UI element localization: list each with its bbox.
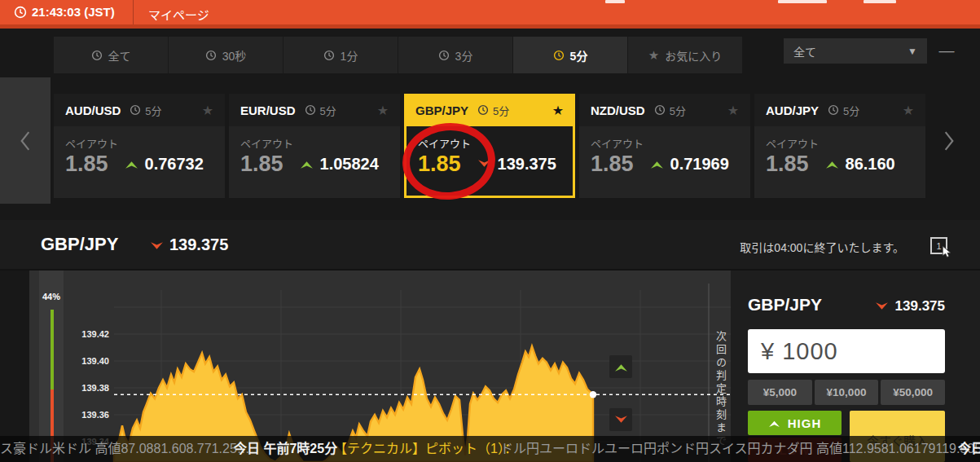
card-price: 0.76732 <box>125 155 204 174</box>
payout-label: ペイアウト <box>591 135 739 151</box>
chart-pair-title: GBP/JPY <box>41 234 118 255</box>
card-price-value: 0.76732 <box>145 155 204 174</box>
asset-filter-value: 全て <box>793 43 816 59</box>
chart-layout-button[interactable]: 1 <box>930 237 947 254</box>
favorite-star-icon[interactable]: ★ <box>552 103 564 118</box>
card-price-value: 139.375 <box>498 155 556 174</box>
price-down-icon <box>875 301 889 312</box>
tab-5分[interactable]: 5分 <box>513 37 628 73</box>
asset-card-EUR-USD[interactable]: EUR/USD 5分 ★ ペイアウト 1.85 1.05824 <box>229 94 400 198</box>
tab-label: 3分 <box>455 47 473 64</box>
asset-card-GBP-JPY[interactable]: GBP/JPY 5分 ★ ペイアウト 1.85 139.375 <box>404 94 575 198</box>
my-page-link[interactable]: マイページ <box>148 6 209 23</box>
tab-favorites[interactable]: ★お気に入り <box>628 37 743 73</box>
asset-cards: AUD/USD 5分 ★ ペイアウト 1.85 0.76732 EUR/USD … <box>54 94 925 198</box>
amount-value: ¥ 1000 <box>761 338 838 365</box>
ticker-segment: 【テクニカル】ピボット（1）： <box>334 436 517 462</box>
sentiment-high-percent: 44% <box>36 292 67 301</box>
chevron-up-icon <box>300 159 314 169</box>
asset-card-NZD-USD[interactable]: NZD/USD 5分 ★ ペイアウト 1.85 0.71969 <box>579 94 750 198</box>
tab-label: 5分 <box>570 47 588 64</box>
trading-app: 21:43:03 (JST) マイページ 全て30秒1分3分5分★お気に入り 全… <box>0 0 980 462</box>
favorite-star-icon[interactable]: ★ <box>377 103 389 118</box>
card-body: ペイアウト 1.85 86.160 <box>754 126 925 198</box>
tab-label: 30秒 <box>222 47 247 64</box>
clipped-header-fragment <box>605 0 625 3</box>
chevron-up-icon <box>614 362 628 372</box>
y-axis-tick: 139.42 <box>68 329 109 339</box>
card-header: AUD/USD 5分 ★ <box>54 94 225 126</box>
y-axis-tick: 139.40 <box>68 356 109 366</box>
trade-pair-title: GBP/JPY <box>748 295 822 315</box>
sentiment-gauge-green <box>51 310 54 389</box>
clock-icon <box>305 104 316 116</box>
ticker-segment: ス豪ドル米ドル 高値87.0881.608.771.25… <box>0 436 250 462</box>
news-ticker: ス豪ドル米ドル 高値87.0881.608.771.25…今日 午前7時25分【… <box>0 436 980 462</box>
chevron-right-icon <box>942 130 956 152</box>
asset-card-AUD-USD[interactable]: AUD/USD 5分 ★ ペイアウト 1.85 0.76732 <box>54 94 225 198</box>
card-pair: AUD/USD <box>65 103 121 117</box>
ticker-segment: 今日 午前7時25分 <box>234 436 337 462</box>
duration-tabs: 全て30秒1分3分5分★お気に入り <box>54 37 743 73</box>
chart-header: GBP/JPY 139.375 取引は04:00に終了いたします。 <box>0 220 980 271</box>
quick-amount-button[interactable]: ¥50,000 <box>881 380 945 405</box>
payout-value: 1.85 <box>65 153 108 175</box>
asset-filter-select[interactable]: 全て ▼ <box>784 38 927 64</box>
chevron-down-icon <box>614 415 628 425</box>
card-duration: 5分 <box>130 103 161 118</box>
minimize-icon[interactable]: — <box>935 37 958 63</box>
card-header: NZD/USD 5分 ★ <box>579 94 750 126</box>
star-icon: ★ <box>648 48 659 63</box>
favorite-star-icon[interactable]: ★ <box>727 103 739 118</box>
carousel-prev-button[interactable] <box>0 77 51 204</box>
tab-label: 1分 <box>341 47 358 64</box>
payout-label: ペイアウト <box>65 135 213 151</box>
y-axis-tick: 139.38 <box>68 383 109 393</box>
tab-label: 全て <box>108 47 131 64</box>
chevron-up-icon <box>825 159 839 169</box>
card-header: GBP/JPY 5分 ★ <box>404 94 575 126</box>
card-body: ペイアウト 1.85 0.76732 <box>54 126 225 198</box>
chart-high-marker-button[interactable] <box>609 355 632 378</box>
clock-icon <box>477 104 489 116</box>
tab-label: お気に入り <box>665 47 722 64</box>
card-duration: 5分 <box>654 103 686 118</box>
tab-1分[interactable]: 1分 <box>283 37 398 73</box>
chevron-up-icon <box>650 159 664 169</box>
quick-amount-button[interactable]: ¥10,000 <box>815 380 879 405</box>
card-body: ペイアウト 1.85 139.375 <box>407 126 573 196</box>
card-header: AUD/JPY 5分 ★ <box>754 94 925 126</box>
chart-low-marker-button[interactable] <box>609 408 632 431</box>
high-button[interactable]: HIGH <box>748 411 842 435</box>
trade-close-notice: 取引は04:00に終了いたします。 <box>740 239 904 255</box>
clock-icon <box>205 50 217 61</box>
topbar-divider <box>133 0 134 24</box>
card-pair: GBP/JPY <box>415 103 468 117</box>
ticker-segment: ドル円ユーロドルユーロ円ポンド円スイス円カナダ円 高値112.9581.0617… <box>500 436 980 462</box>
amount-input[interactable]: ¥ 1000 <box>748 329 945 373</box>
high-button-label: HIGH <box>788 416 822 430</box>
card-body: ペイアウト 1.85 0.71969 <box>579 126 750 198</box>
favorite-star-icon[interactable]: ★ <box>903 103 914 118</box>
tab-30秒[interactable]: 30秒 <box>169 37 283 73</box>
clock-icon <box>14 6 27 22</box>
clipped-header-fragment <box>778 0 827 3</box>
trade-price-value: 139.375 <box>895 298 945 315</box>
clock-icon <box>553 50 565 61</box>
trade-price: 139.375 <box>847 298 945 315</box>
card-duration: 5分 <box>828 103 859 118</box>
card-header: EUR/USD 5分 ★ <box>229 94 400 126</box>
tab-3分[interactable]: 3分 <box>398 37 513 73</box>
card-price-value: 1.05824 <box>320 155 379 174</box>
quick-amount-button[interactable]: ¥5,000 <box>748 380 812 405</box>
card-price: 1.05824 <box>300 155 379 174</box>
asset-card-AUD-JPY[interactable]: AUD/JPY 5分 ★ ペイアウト 1.85 86.160 <box>754 94 925 198</box>
card-price: 86.160 <box>825 155 895 174</box>
chevron-up-icon <box>768 419 780 428</box>
favorite-star-icon[interactable]: ★ <box>202 103 213 118</box>
carousel-next-button[interactable] <box>942 130 956 155</box>
y-axis-tick: 139.36 <box>68 410 109 420</box>
cursor-icon <box>941 245 951 259</box>
tab-全て[interactable]: 全て <box>54 37 169 73</box>
card-duration: 5分 <box>477 103 509 118</box>
